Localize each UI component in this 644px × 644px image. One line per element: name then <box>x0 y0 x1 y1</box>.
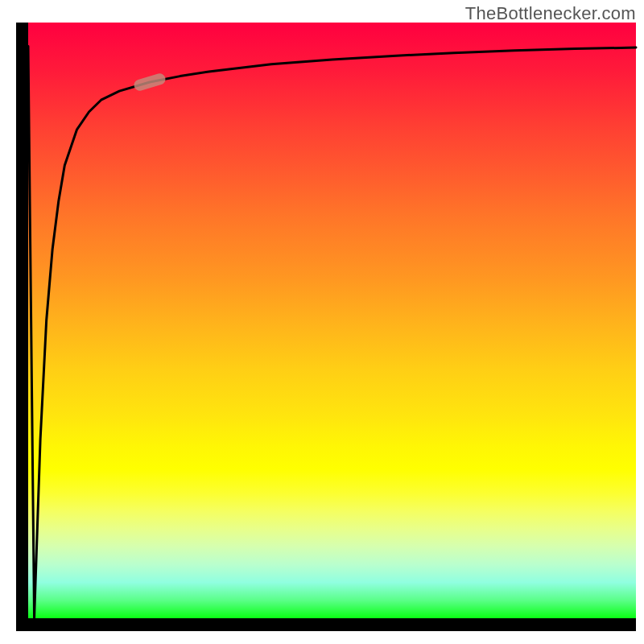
chart-frame <box>16 23 636 631</box>
chart-svg <box>28 23 636 618</box>
highlight-marker <box>133 72 167 93</box>
marker-group <box>133 72 167 93</box>
curve-group <box>28 47 636 618</box>
bottleneck-curve-line <box>28 47 636 618</box>
attribution-text: TheBottlenecker.com <box>465 3 636 24</box>
